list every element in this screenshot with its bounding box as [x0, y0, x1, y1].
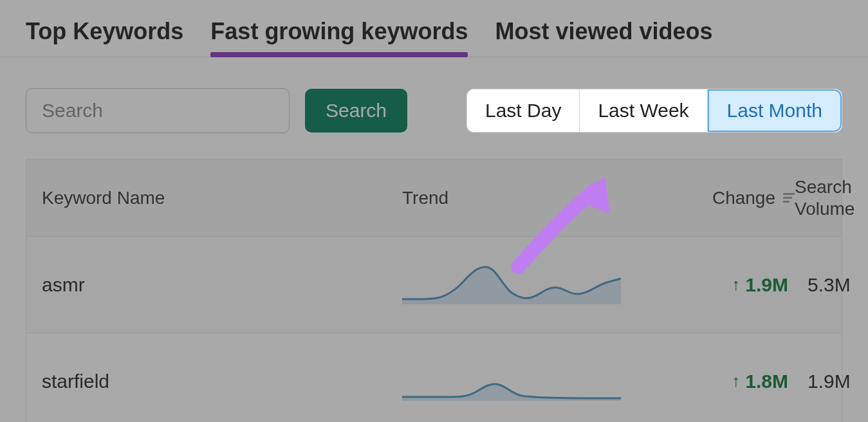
cell-trend: [402, 259, 672, 311]
tabs-row: Top Keywords Fast growing keywords Most …: [0, 0, 868, 57]
change-value: 1.8M: [745, 371, 788, 392]
up-arrow-icon: ↑: [732, 371, 740, 391]
table-header-row: Keyword Name Trend Change Search Volume: [26, 160, 842, 237]
th-change[interactable]: Change: [672, 188, 795, 208]
time-filter-last-day[interactable]: Last Day: [467, 89, 580, 132]
th-keyword-name: Keyword Name: [42, 188, 402, 208]
cell-change: ↑ 1.8M: [672, 371, 795, 392]
tab-fast-growing-keywords[interactable]: Fast growing keywords: [210, 18, 468, 57]
cell-keyword: starfield: [42, 371, 402, 392]
trend-sparkline-icon: [402, 356, 621, 407]
cell-keyword: asmr: [42, 274, 402, 296]
up-arrow-icon: ↑: [732, 275, 740, 295]
th-volume-line2: Volume: [795, 199, 854, 219]
trend-sparkline-icon: [402, 259, 621, 311]
th-search-volume: Search Volume: [795, 176, 854, 219]
change-value: 1.9M: [745, 274, 788, 296]
search-button[interactable]: Search: [305, 89, 407, 133]
cell-volume: 5.3M: [795, 274, 851, 296]
th-volume-line1: Search: [795, 177, 852, 197]
table-row[interactable]: starfield ↑ 1.8M 1.9M: [26, 333, 842, 422]
keywords-table: Keyword Name Trend Change Search Volume …: [26, 159, 842, 422]
table-row[interactable]: asmr ↑ 1.9M 5.3M: [26, 237, 842, 333]
time-filter-last-month[interactable]: Last Month: [708, 89, 842, 132]
sort-desc-icon: [783, 193, 795, 203]
time-filter-group-highlight: Last Day Last Week Last Month: [466, 89, 842, 133]
th-change-label: Change: [712, 188, 775, 208]
th-trend: Trend: [402, 188, 672, 208]
cell-volume: 1.9M: [795, 371, 851, 392]
tab-top-keywords[interactable]: Top Keywords: [26, 18, 183, 57]
tab-most-viewed-videos[interactable]: Most viewed videos: [495, 18, 712, 57]
search-input[interactable]: [26, 88, 290, 133]
cell-change: ↑ 1.9M: [672, 274, 795, 296]
cell-trend: [402, 356, 672, 407]
time-filter-last-week[interactable]: Last Week: [580, 89, 707, 132]
